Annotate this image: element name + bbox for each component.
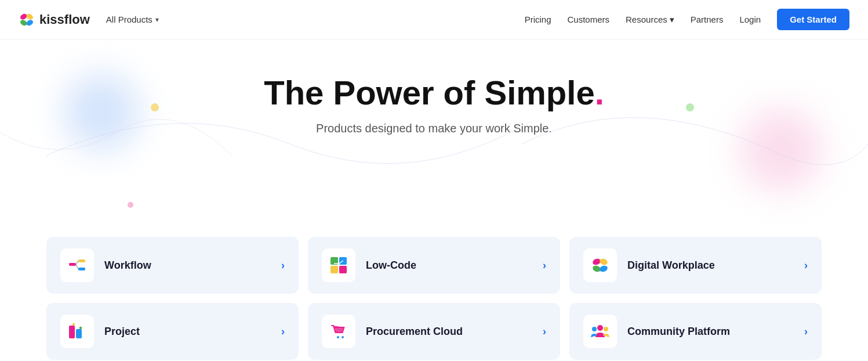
project-icon	[67, 321, 88, 342]
lowcode-arrow-icon: ›	[543, 259, 546, 272]
nav-left: kissflow All Products ▾	[19, 12, 159, 28]
svg-point-21	[337, 336, 339, 338]
digital-icon	[590, 255, 611, 276]
svg-point-23	[597, 325, 603, 331]
svg-rect-5	[78, 259, 85, 262]
products-grid: Workflow › Low-Code ›	[46, 237, 822, 360]
chevron-down-icon: ▾	[670, 15, 674, 25]
product-card-lowcode[interactable]: Low-Code ›	[308, 237, 560, 294]
procurement-icon-wrap	[322, 315, 355, 348]
all-products-button[interactable]: All Products ▾	[106, 15, 159, 24]
svg-rect-6	[78, 268, 85, 270]
workflow-icon-wrap	[60, 248, 94, 282]
chevron-down-icon: ▾	[155, 16, 159, 24]
nav-resources[interactable]: Resources ▾	[626, 15, 674, 25]
community-icon-wrap	[583, 315, 617, 348]
svg-point-3	[26, 19, 34, 27]
svg-rect-12	[339, 266, 347, 273]
workflow-label: Workflow	[104, 259, 271, 272]
svg-point-14	[599, 258, 609, 266]
procurement-icon	[328, 321, 349, 342]
lowcode-icon	[328, 255, 349, 276]
logo-text: kissflow	[39, 12, 90, 27]
nav-right: Pricing Customers Resources ▾ Partners L…	[525, 9, 849, 30]
hero-dot: .	[595, 74, 604, 111]
products-section: Workflow › Low-Code ›	[0, 225, 868, 361]
svg-rect-20	[79, 327, 82, 329]
project-icon-wrap	[60, 315, 94, 348]
svg-line-8	[76, 265, 78, 269]
digital-icon-wrap	[583, 248, 617, 282]
community-label: Community Platform	[627, 326, 794, 338]
workflow-icon	[67, 255, 88, 276]
workflow-arrow-icon: ›	[281, 259, 285, 272]
svg-rect-17	[69, 326, 75, 338]
product-card-community[interactable]: Community Platform ›	[569, 303, 822, 360]
svg-point-1	[26, 12, 34, 20]
svg-point-16	[599, 265, 609, 273]
get-started-button[interactable]: Get Started	[777, 9, 849, 30]
dot-pink-small	[128, 202, 133, 208]
hero-title: The Power of Simple.	[12, 74, 856, 111]
nav-partners[interactable]: Partners	[691, 15, 724, 24]
svg-point-24	[592, 327, 597, 331]
svg-point-22	[342, 336, 344, 338]
svg-rect-19	[72, 323, 75, 326]
product-card-digital[interactable]: Digital Workplace ›	[569, 237, 822, 294]
lowcode-icon-wrap	[322, 248, 355, 282]
project-label: Project	[104, 326, 271, 338]
product-card-workflow[interactable]: Workflow ›	[46, 237, 299, 294]
digital-arrow-icon: ›	[804, 259, 808, 272]
nav-pricing[interactable]: Pricing	[525, 15, 551, 24]
community-arrow-icon: ›	[804, 326, 808, 338]
digital-label: Digital Workplace	[627, 259, 794, 272]
dot-yellow	[151, 103, 159, 111]
project-arrow-icon: ›	[281, 326, 285, 338]
product-card-procurement[interactable]: Procurement Cloud ›	[308, 303, 560, 360]
dot-green	[686, 103, 694, 111]
lowcode-label: Low-Code	[366, 259, 532, 272]
nav-login[interactable]: Login	[739, 15, 761, 24]
svg-line-7	[76, 261, 78, 265]
nav-customers[interactable]: Customers	[568, 15, 610, 24]
product-card-project[interactable]: Project ›	[46, 303, 299, 360]
hero-section: The Power of Simple. Products designed t…	[0, 39, 868, 225]
svg-point-25	[604, 327, 608, 331]
svg-rect-18	[76, 329, 82, 338]
community-icon	[590, 321, 611, 342]
navigation: kissflow All Products ▾ Pricing Customer…	[0, 0, 868, 39]
svg-rect-11	[331, 266, 338, 273]
procurement-arrow-icon: ›	[543, 326, 546, 338]
procurement-label: Procurement Cloud	[366, 326, 532, 338]
all-products-label: All Products	[106, 15, 152, 24]
svg-rect-4	[69, 263, 76, 266]
logo[interactable]: kissflow	[19, 12, 90, 28]
hero-subtitle: Products designed to make your work Simp…	[12, 122, 856, 135]
